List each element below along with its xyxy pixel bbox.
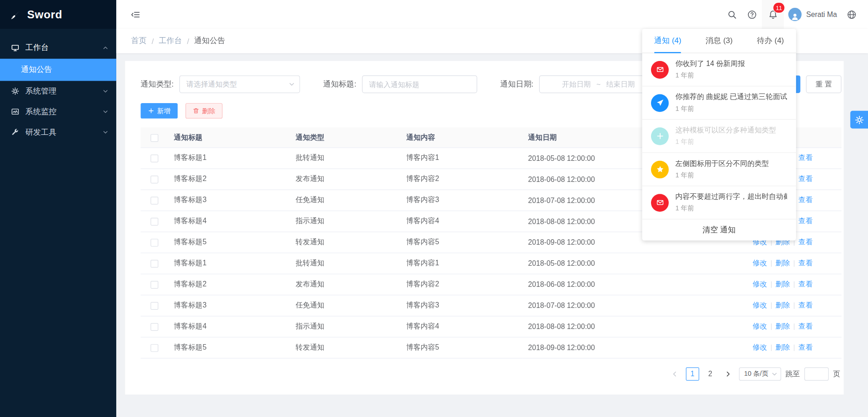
- view-link[interactable]: 查看: [798, 175, 813, 183]
- user-menu[interactable]: Serati Ma: [784, 0, 841, 29]
- search-button[interactable]: [722, 0, 742, 29]
- logo[interactable]: Sword: [0, 0, 116, 29]
- view-link[interactable]: 查看: [798, 280, 813, 288]
- breadcrumb-separator: /: [152, 37, 154, 45]
- notification-title: 左侧图标用于区分不同的类型: [675, 159, 787, 169]
- view-link[interactable]: 查看: [798, 301, 813, 309]
- tab-messages[interactable]: 消息 (3): [694, 29, 745, 53]
- view-link[interactable]: 查看: [798, 259, 813, 267]
- sword-logo-icon: [10, 9, 22, 20]
- notification-title: 你收到了 14 份新周报: [675, 59, 787, 69]
- edit-link[interactable]: 修改: [753, 343, 767, 351]
- jump-page-input[interactable]: [804, 367, 829, 380]
- clear-notifications-button[interactable]: 清空 通知: [642, 219, 796, 241]
- select-all-checkbox[interactable]: [151, 134, 158, 142]
- filter-title-group: 通知标题:: [323, 75, 477, 93]
- notification-item[interactable]: 这种模板可以区分多种通知类型 1 年前: [642, 120, 796, 153]
- cell-type: 任免通知: [290, 295, 401, 316]
- tab-todos[interactable]: 待办 (4): [745, 29, 796, 53]
- prev-page-button[interactable]: [668, 367, 681, 380]
- cell-title: 博客标题3: [168, 295, 290, 316]
- tab-notifications[interactable]: 通知 (4): [642, 29, 694, 53]
- edit-link[interactable]: 修改: [753, 259, 767, 267]
- row-checkbox[interactable]: [151, 302, 158, 310]
- sidebar-item-notice-board[interactable]: 通知公告: [0, 59, 116, 81]
- page-button-2[interactable]: 2: [704, 367, 717, 380]
- plus-icon: [651, 127, 669, 145]
- cell-type: 任免通知: [290, 190, 401, 211]
- row-checkbox[interactable]: [151, 218, 158, 225]
- action-divider: |: [793, 259, 795, 267]
- edit-link[interactable]: 修改: [753, 301, 767, 309]
- column-header-content: 通知内容: [401, 127, 522, 148]
- delete-link[interactable]: 删除: [776, 280, 790, 288]
- action-divider: |: [770, 259, 772, 267]
- cell-content: 博客内容5: [401, 231, 522, 252]
- end-date-placeholder: 结束日期: [606, 79, 635, 89]
- sidebar-item-dev-tools[interactable]: 研发工具: [0, 122, 116, 143]
- collapse-sidebar-button[interactable]: [125, 0, 145, 29]
- person-icon: [791, 12, 799, 21]
- date-range-separator: ~: [597, 80, 601, 88]
- notice-date-label: 通知日期:: [500, 79, 533, 89]
- search-icon: [727, 10, 737, 19]
- next-page-button[interactable]: [722, 367, 735, 380]
- notice-type-select[interactable]: 请选择通知类型: [179, 75, 300, 93]
- help-button[interactable]: [742, 0, 762, 29]
- row-checkbox[interactable]: [151, 239, 158, 247]
- settings-button[interactable]: [850, 111, 868, 129]
- sidebar-item-label: 系统管理: [26, 86, 103, 96]
- view-link[interactable]: 查看: [798, 343, 813, 351]
- view-link[interactable]: 查看: [798, 196, 813, 204]
- row-checkbox[interactable]: [151, 176, 158, 183]
- view-link[interactable]: 查看: [798, 238, 813, 246]
- action-divider: |: [793, 344, 795, 351]
- table-row: 博客标题3 任免通知 博客内容3 2018-07-08 12:00:00 修改|…: [141, 295, 841, 316]
- cell-content: 博客内容4: [401, 316, 522, 337]
- chevron-down-icon: [771, 370, 778, 377]
- delete-link[interactable]: 删除: [776, 322, 790, 330]
- question-icon: [747, 10, 757, 19]
- sidebar-item-system-management[interactable]: 系统管理: [0, 81, 116, 102]
- notice-title-input[interactable]: [362, 75, 477, 93]
- row-checkbox[interactable]: [151, 260, 158, 268]
- row-checkbox[interactable]: [151, 154, 158, 162]
- notification-item[interactable]: 你收到了 14 份新周报 1 年前: [642, 53, 796, 87]
- trash-icon: [193, 108, 200, 115]
- language-button[interactable]: [841, 0, 862, 29]
- row-checkbox[interactable]: [151, 323, 158, 331]
- action-divider: |: [770, 323, 772, 330]
- table-row: 博客标题5 转发通知 博客内容5 2018-09-08 12:00:00 修改|…: [141, 337, 841, 358]
- notification-item[interactable]: 左侧图标用于区分不同的类型 1 年前: [642, 153, 796, 187]
- reset-button[interactable]: 重 置: [806, 75, 841, 93]
- filter-date-group: 通知日期: 开始日期 ~ 结束日期: [500, 75, 658, 93]
- breadcrumb-home[interactable]: 首页: [131, 36, 147, 46]
- sidebar-item-workbench[interactable]: 工作台: [0, 37, 116, 59]
- row-checkbox[interactable]: [151, 197, 158, 204]
- pagination: 1 2 10 条/页 跳至 页: [141, 367, 841, 380]
- delete-button[interactable]: 删除: [185, 103, 222, 119]
- view-link[interactable]: 查看: [798, 154, 813, 162]
- edit-link[interactable]: 修改: [753, 280, 767, 288]
- breadcrumb-workbench[interactable]: 工作台: [159, 36, 182, 46]
- column-header-title: 通知标题: [168, 127, 290, 148]
- notice-date-range-picker[interactable]: 开始日期 ~ 结束日期: [539, 75, 658, 93]
- view-link[interactable]: 查看: [798, 322, 813, 330]
- page-size-select[interactable]: 10 条/页: [739, 367, 781, 380]
- cell-type: 批转通知: [290, 252, 401, 274]
- notification-item[interactable]: 内容不要超过两行字，超出时自动截断 1 年前: [642, 186, 796, 219]
- delete-link[interactable]: 删除: [776, 301, 790, 309]
- action-divider: |: [770, 344, 772, 351]
- add-button[interactable]: 新增: [141, 103, 178, 119]
- delete-link[interactable]: 删除: [776, 343, 790, 351]
- notification-item[interactable]: 你推荐的 曲妮妮 已通过第三轮面试 1 年前: [642, 87, 796, 120]
- cell-date: 2018-09-08 12:00:00: [522, 337, 661, 358]
- row-checkbox[interactable]: [151, 344, 158, 352]
- page-button-1[interactable]: 1: [686, 367, 699, 380]
- sidebar-item-system-monitor[interactable]: 系统监控: [0, 101, 116, 122]
- edit-link[interactable]: 修改: [753, 322, 767, 330]
- view-link[interactable]: 查看: [798, 217, 813, 225]
- delete-link[interactable]: 删除: [776, 259, 790, 267]
- notifications-button[interactable]: 11: [762, 0, 784, 29]
- row-checkbox[interactable]: [151, 281, 158, 289]
